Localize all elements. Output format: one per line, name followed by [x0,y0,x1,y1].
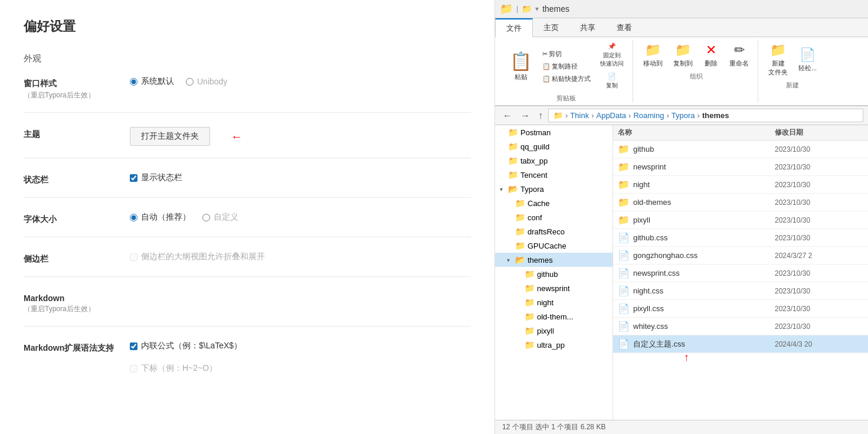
tree-themes-label: themes [528,256,553,265]
file-item-github-css[interactable]: 📄 github.css 2023/10/30 [613,229,868,247]
file-item-custom-css[interactable]: 📄 自定义主题.css 2024/4/3 20 [613,335,868,353]
file-pixyll-css-name: pixyll.css [633,304,771,313]
file-item-gongzhonghao-css[interactable]: 📄 gongzhonghao.css 2024/3/27 2 [613,247,868,265]
subscript-checkbox-label[interactable]: 下标（例：H~2~O） [130,363,217,374]
tree-cache[interactable]: 📁 Cache [495,196,612,210]
forward-button[interactable]: → [517,109,533,122]
file-github-name: github [633,145,771,154]
address-path[interactable]: 📁 › Think › AppData › Roaming › Typora ›… [548,109,863,122]
inline-formula-checkbox-label[interactable]: 内联公式（例：$\LaTeX$） [130,341,242,351]
window-style-row: 窗口样式 （重启Typora后生效） 系统默认 Unibody [24,76,471,113]
rename-button[interactable]: ✏ 重命名 [725,41,753,70]
statusbar-checkbox-label[interactable]: 显示状态栏 [130,172,182,183]
copy-button[interactable]: 📄 复制 [600,71,624,92]
tree-qq-guild[interactable]: 📁 qq_guild [495,139,612,154]
back-button[interactable]: ← [500,109,515,122]
css-night-icon: 📄 [618,285,630,296]
file-explorer-panel: 📁 | 📁 ▾ themes 文件 主页 共享 查看 📋 粘贴 [494,0,868,434]
subscript-checkbox[interactable] [130,365,137,373]
sidebar-content: 侧边栏的大纲视图允许折叠和展开 [130,252,471,262]
file-item-night[interactable]: 📁 night 2023/10/30 [613,176,868,194]
folder-ultra-sub-icon: 📁 [525,340,535,350]
col-date-header[interactable]: 修改日期 [775,128,863,138]
tree-tabx-pp[interactable]: 📁 tabx_pp [495,154,612,168]
tree-drafts[interactable]: 📁 draftsReco [495,224,612,239]
tree-postman[interactable]: 📁 Postman [495,125,612,139]
path-icon: 📁 [553,111,563,120]
file-item-old-themes[interactable]: 📁 old-themes 2023/10/30 [613,194,868,211]
file-item-pixyll-css[interactable]: 📄 pixyll.css 2023/10/30 [613,300,868,318]
radio-system-default-input[interactable] [130,78,137,86]
tree-conf[interactable]: 📁 conf [495,210,612,224]
tree-night-sub[interactable]: 📁 night [495,295,612,309]
cut-button[interactable]: ✂ 剪切 [539,48,594,60]
file-custom-css-name: 自定义主题.css [633,339,771,350]
file-item-whitey-css[interactable]: 📄 whitey.css 2023/10/30 [613,318,868,335]
open-theme-folder-button[interactable]: 打开主题文件夹 [130,127,210,146]
file-item-night-css[interactable]: 📄 night.css 2023/10/30 [613,282,868,300]
file-item-github[interactable]: 📁 github 2023/10/30 [613,141,868,158]
paste-shortcut-label: 粘贴快捷方式 [552,74,591,83]
move-to-button[interactable]: 📁 移动到 [639,41,667,70]
radio-auto-font-input[interactable] [130,214,137,221]
tab-view[interactable]: 查看 [606,18,643,37]
tree-pixyll-sub[interactable]: 📁 pixyll [495,324,612,338]
radio-unibody[interactable]: Unibody [186,77,227,86]
copy-to-button[interactable]: 📁 复制到 [669,41,697,70]
radio-system-default[interactable]: 系统默认 [130,76,174,87]
copy-path-button[interactable]: 📋 复制路径 [539,61,594,72]
markdown-row: Markdown （重启Typora后生效） [24,291,471,327]
tree-typora[interactable]: ▾ 📂 Typora [495,182,612,196]
sidebar-checkbox-label[interactable]: 侧边栏的大纲视图允许折叠和展开 [130,252,265,262]
theme-row: 主题 打开主题文件夹 ← [24,127,471,158]
paste-shortcut-button[interactable]: 📋 粘贴快捷方式 [539,73,594,84]
file-item-pixyll[interactable]: 📁 pixyll 2023/10/30 [613,211,868,229]
tab-share[interactable]: 共享 [569,18,606,37]
inline-formula-checkbox[interactable] [130,342,137,350]
css-whitey-icon: 📄 [618,321,630,332]
tab-file[interactable]: 文件 [495,18,533,37]
new-folder-button[interactable]: 📁 新建文件夹 [764,41,792,79]
sidebar-checkbox[interactable] [130,253,137,261]
cut-label: 剪切 [549,50,562,58]
move-to-label: 移动到 [643,59,663,68]
file-item-newsprint-css[interactable]: 📄 newsprint.css 2023/10/30 [613,265,868,282]
path-think[interactable]: Think [570,111,589,120]
statusbar-checkbox[interactable] [130,174,137,182]
tree-newsprint-sub[interactable]: 📁 newsprint [495,281,612,295]
tree-old-themes-sub[interactable]: 📁 old-them... [495,309,612,324]
path-roaming[interactable]: Roaming [633,111,664,120]
title-bar: 📁 | 📁 ▾ themes [495,0,868,18]
file-item-newsprint[interactable]: 📁 newsprint 2023/10/30 [613,158,868,176]
file-night-name: night [633,180,771,189]
radio-auto-font[interactable]: 自动（推荐） [130,212,191,223]
path-typora[interactable]: Typora [672,111,695,120]
tree-github-sub[interactable]: 📁 github [495,267,612,281]
folder-newsprint-sub-icon: 📁 [525,283,535,293]
pin-button[interactable]: 📌 固定到快速访问 [596,41,628,70]
delete-button[interactable]: ✕ 删除 [699,41,723,70]
markdown-ext-content: 内联公式（例：$\LaTeX$） 下标（例：H~2~O） [130,341,471,374]
tree-themes[interactable]: ▾ 📂 themes [495,253,612,267]
path-appdata[interactable]: AppData [596,111,626,120]
titlebar-icon2: 📁 [522,4,532,14]
radio-custom-font[interactable]: 自定义 [202,212,238,223]
file-pixyll-name: pixyll [633,216,771,224]
up-button[interactable]: ↑ [535,109,546,122]
tree-tencent[interactable]: 📁 Tencent [495,168,612,182]
statusbar-content: 显示状态栏 [130,172,471,183]
radio-unibody-input[interactable] [186,78,194,86]
file-newsprint-date: 2023/10/30 [775,163,863,171]
file-gongzhonghao-css-date: 2024/3/27 2 [775,252,863,260]
tab-home[interactable]: 主页 [533,18,569,37]
theme-label: 主题 [24,127,130,140]
file-old-themes-name: old-themes [633,198,771,207]
radio-custom-font-input[interactable] [202,214,210,221]
file-whitey-css-date: 2023/10/30 [775,322,863,331]
easy-access-button[interactable]: 📄 轻松... [794,45,821,74]
paste-button[interactable]: 📋 粘贴 [505,48,537,84]
col-name-header[interactable]: 名称 [618,128,775,138]
tree-gpucache[interactable]: 📁 GPUCache [495,239,612,253]
file-newsprint-name: newsprint [633,162,771,171]
tree-ultra-sub[interactable]: 📁 ultra_pp [495,338,612,352]
